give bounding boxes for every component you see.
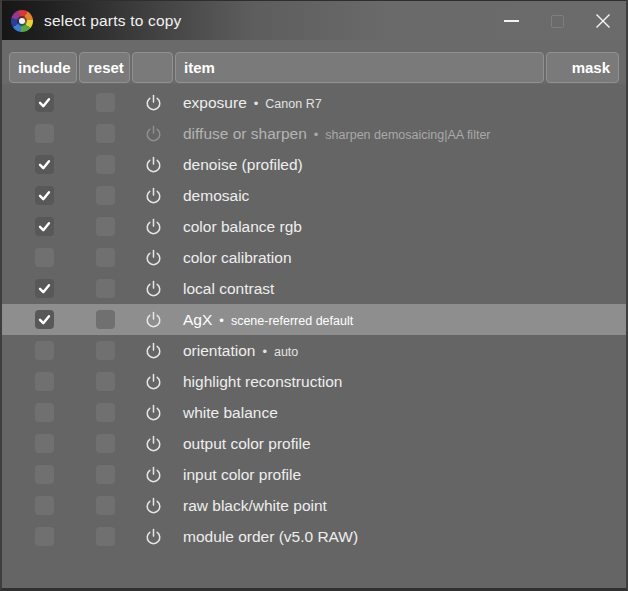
column-header-enabled[interactable] xyxy=(132,52,173,83)
module-row[interactable]: output color profile xyxy=(2,428,626,459)
include-checkbox[interactable] xyxy=(35,372,54,391)
power-cell xyxy=(132,124,175,143)
item-cell: exposure • Canon R7 xyxy=(175,94,626,112)
title-bar[interactable]: select parts to copy xyxy=(2,0,626,40)
reset-checkbox[interactable] xyxy=(96,465,115,484)
power-cell xyxy=(132,465,175,484)
module-name: exposure xyxy=(183,94,247,112)
window-title: select parts to copy xyxy=(44,12,182,30)
include-cell xyxy=(9,310,79,329)
reset-checkbox[interactable] xyxy=(96,341,115,360)
reset-cell xyxy=(79,279,132,298)
module-detail: Canon R7 xyxy=(265,97,321,111)
include-checkbox[interactable] xyxy=(35,310,54,329)
include-cell xyxy=(9,186,79,205)
reset-checkbox[interactable] xyxy=(96,310,115,329)
include-checkbox[interactable] xyxy=(35,279,54,298)
module-list: exposure • Canon R7 xyxy=(2,84,626,588)
power-icon xyxy=(144,248,163,267)
module-row[interactable]: highlight reconstruction xyxy=(2,366,626,397)
include-checkbox[interactable] xyxy=(35,155,54,174)
module-row[interactable]: local contrast xyxy=(2,273,626,304)
include-cell xyxy=(9,465,79,484)
reset-cell xyxy=(79,124,132,143)
module-row[interactable]: diffuse or sharpen • sharpen demosaicing… xyxy=(2,118,626,149)
reset-checkbox[interactable] xyxy=(96,186,115,205)
reset-checkbox[interactable] xyxy=(96,93,115,112)
include-checkbox[interactable] xyxy=(35,93,54,112)
reset-checkbox[interactable] xyxy=(96,279,115,298)
reset-checkbox[interactable] xyxy=(96,434,115,453)
column-header-mask[interactable]: mask xyxy=(546,52,619,83)
power-icon xyxy=(144,527,163,546)
close-button[interactable] xyxy=(580,1,626,41)
module-row[interactable]: color balance rgb xyxy=(2,211,626,242)
include-checkbox[interactable] xyxy=(35,341,54,360)
item-cell: output color profile xyxy=(175,435,626,453)
separator-dot: • xyxy=(314,127,319,142)
module-name: demosaic xyxy=(183,187,249,205)
include-checkbox[interactable] xyxy=(35,434,54,453)
include-cell xyxy=(9,341,79,360)
module-row[interactable]: white balance xyxy=(2,397,626,428)
include-checkbox[interactable] xyxy=(35,465,54,484)
module-row[interactable]: raw black/white point xyxy=(2,490,626,521)
reset-checkbox[interactable] xyxy=(96,155,115,174)
column-header-include[interactable]: include xyxy=(9,52,77,83)
module-name: diffuse or sharpen xyxy=(183,125,307,143)
close-icon xyxy=(595,13,611,29)
reset-cell xyxy=(79,496,132,515)
include-checkbox[interactable] xyxy=(35,217,54,236)
module-row[interactable]: color calibration xyxy=(2,242,626,273)
reset-checkbox[interactable] xyxy=(96,527,115,546)
reset-cell xyxy=(79,310,132,329)
checkmark-icon xyxy=(38,189,51,202)
include-cell xyxy=(9,496,79,515)
reset-checkbox[interactable] xyxy=(96,124,115,143)
module-row[interactable]: module order (v5.0 RAW) xyxy=(2,521,626,552)
module-name: white balance xyxy=(183,404,278,422)
module-name: highlight reconstruction xyxy=(183,373,342,391)
maximize-icon xyxy=(551,15,564,28)
include-checkbox[interactable] xyxy=(35,248,54,267)
module-row[interactable]: AgX • scene-referred default xyxy=(2,304,626,335)
module-detail: scene-referred default xyxy=(231,314,353,328)
item-cell: orientation • auto xyxy=(175,342,626,360)
include-checkbox[interactable] xyxy=(35,527,54,546)
item-cell: demosaic xyxy=(175,187,626,205)
item-cell: white balance xyxy=(175,404,626,422)
minimize-icon xyxy=(504,20,519,22)
window-controls xyxy=(488,1,626,41)
module-row[interactable]: orientation • auto xyxy=(2,335,626,366)
module-row[interactable]: input color profile xyxy=(2,459,626,490)
column-header-reset[interactable]: reset xyxy=(79,52,130,83)
module-row[interactable]: demosaic xyxy=(2,180,626,211)
power-icon xyxy=(144,403,163,422)
reset-checkbox[interactable] xyxy=(96,496,115,515)
module-name: input color profile xyxy=(183,466,301,484)
power-cell xyxy=(132,155,175,174)
separator-dot: • xyxy=(219,313,224,328)
module-name: output color profile xyxy=(183,435,311,453)
item-cell: highlight reconstruction xyxy=(175,373,626,391)
minimize-button[interactable] xyxy=(488,1,534,41)
reset-checkbox[interactable] xyxy=(96,248,115,267)
module-row[interactable]: exposure • Canon R7 xyxy=(2,87,626,118)
include-checkbox[interactable] xyxy=(35,403,54,422)
include-checkbox[interactable] xyxy=(35,124,54,143)
include-checkbox[interactable] xyxy=(35,186,54,205)
include-checkbox[interactable] xyxy=(35,496,54,515)
dialog-window: select parts to copy include reset item xyxy=(0,0,628,591)
column-header-item[interactable]: item xyxy=(175,52,544,83)
power-icon xyxy=(144,372,163,391)
power-cell xyxy=(132,403,175,422)
module-row[interactable]: denoise (profiled) xyxy=(2,149,626,180)
power-icon xyxy=(144,217,163,236)
maximize-button[interactable] xyxy=(534,1,580,41)
module-name: color balance rgb xyxy=(183,218,302,236)
reset-cell xyxy=(79,155,132,174)
reset-checkbox[interactable] xyxy=(96,403,115,422)
power-icon xyxy=(144,496,163,515)
reset-checkbox[interactable] xyxy=(96,217,115,236)
reset-checkbox[interactable] xyxy=(96,372,115,391)
